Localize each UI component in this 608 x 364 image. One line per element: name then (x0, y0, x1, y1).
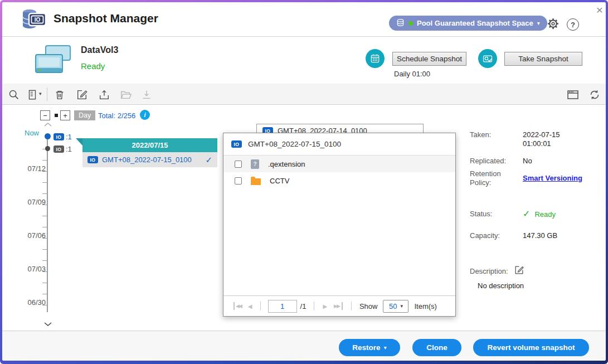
revert-volume-snapshot-button[interactable]: Revert volume snapshot (473, 339, 589, 356)
snapshot-details-panel: Taken: 2022-07-15 01:00:01 Replicated: N… (470, 130, 604, 290)
zoom-level-dot (55, 114, 58, 117)
pool-database-icon (396, 18, 405, 28)
last-page-icon[interactable]: ▶▶ (333, 302, 343, 310)
page-size-select[interactable]: 50 ▾ (383, 300, 408, 313)
snapshot-io-icon: IO (231, 140, 242, 148)
file-browser-header: IO GMT+08_2022-07-15_0100 (223, 133, 455, 156)
snapshot-count: :1 (66, 145, 72, 153)
file-browser-title: GMT+08_2022-07-15_0100 (248, 140, 341, 148)
snapshot-count: :1 (66, 133, 72, 141)
timeline-scale-badge: Day (74, 110, 95, 120)
refresh-icon[interactable] (588, 88, 601, 101)
file-row[interactable]: CCTV (223, 172, 455, 189)
snapshot-list-item[interactable]: IO GMT+08_2022-07-15_0100 ✓ (82, 152, 217, 167)
pool-guaranteed-snapshot-space-button[interactable]: Pool Guaranteed Snapshot Space ▾ (389, 16, 547, 31)
zoom-in-button[interactable]: + (60, 110, 70, 120)
detail-capacity: Capacity: 147.30 GB (470, 231, 604, 240)
search-icon[interactable] (7, 88, 21, 101)
timeline-date-label: 07/06 (22, 231, 46, 240)
timeline-date-label: 07/09 (22, 198, 46, 206)
timeline-scroll-up-icon[interactable] (43, 120, 52, 129)
unknown-file-icon: ? (251, 159, 259, 169)
export-upload-icon[interactable] (98, 88, 111, 101)
file-row[interactable]: ? .qextension (223, 156, 455, 172)
detail-retention-policy: Retention Policy: Smart Versioning (470, 169, 604, 187)
clone-button[interactable]: Clone (412, 339, 461, 356)
background-snapshot-item[interactable]: IO GMT+08_2022-07-14_0100 (256, 124, 424, 133)
chevron-down-icon: ▾ (384, 344, 387, 351)
smart-versioning-link[interactable]: Smart Versioning (523, 174, 582, 183)
main-area: − + Day Total: 2/256 i Now IO :1 IO :1 0… (2, 105, 606, 331)
description-value: No description (470, 282, 604, 290)
page-total: /1 (300, 302, 307, 310)
detail-description: Description: (470, 265, 604, 277)
file-name: .qextension (268, 160, 305, 168)
snapshot-manager-logo-icon: IO (21, 8, 47, 33)
chevron-down-icon: ▾ (400, 303, 403, 309)
take-snapshot-icon[interactable] (478, 49, 497, 68)
previous-page-icon[interactable]: ◀ (247, 302, 253, 310)
edit-description-icon[interactable] (514, 265, 524, 277)
help-icon[interactable]: ? (567, 18, 579, 31)
selected-check-icon: ✓ (205, 155, 212, 165)
snapshot-list-view-icon[interactable] (26, 88, 39, 101)
svg-text:IO: IO (35, 17, 41, 23)
pagination-divider (314, 302, 314, 310)
next-page-icon[interactable]: ▶ (322, 302, 328, 310)
zoom-out-button[interactable]: − (40, 110, 50, 120)
panel-window-icon[interactable] (566, 88, 580, 101)
chevron-down-icon: ▾ (537, 20, 540, 26)
snapshot-io-icon: IO (262, 127, 273, 133)
pagination-divider (260, 302, 261, 310)
volume-status: Ready (81, 61, 105, 71)
titlebar: IO Snapshot Manager Pool Guaranteed Snap… (2, 2, 606, 37)
window-frame: IO Snapshot Manager Pool Guaranteed Snap… (0, 0, 608, 364)
schedule-snapshot-button[interactable]: Schedule Snapshot (392, 52, 466, 66)
file-list-empty-space (223, 189, 455, 295)
volume-icon (33, 45, 72, 77)
file-name: CCTV (270, 177, 289, 185)
schedule-detail: Daily 01:00 (394, 70, 430, 78)
pagination-bar: ◀◀ ◀ /1 ▶ ▶▶ Show 50 ▾ Item(s) (223, 295, 455, 316)
restore-button[interactable]: Restore ▾ (339, 339, 400, 356)
snapshot-name: GMT+08_2022-07-15_0100 (102, 156, 192, 164)
snapshot-name: GMT+08_2022-07-14_0100 (278, 127, 367, 133)
first-page-icon[interactable]: ◀◀ (234, 302, 242, 310)
snapshot-io-icon: IO (87, 156, 98, 163)
schedule-calendar-icon[interactable] (366, 49, 385, 68)
status-check-icon: ✓ (523, 209, 530, 219)
toolbar: ▾ (2, 84, 606, 105)
detail-taken: Taken: 2022-07-15 01:00:01 (470, 130, 604, 148)
pool-pill-label: Pool Guaranteed Snapshot Space (417, 19, 533, 27)
file-checkbox[interactable] (235, 161, 242, 168)
chevron-down-icon[interactable]: ▾ (39, 91, 42, 96)
snapshot-file-browser: IO GMT+08_2022-07-15_0100 ? .qextension … (223, 133, 456, 317)
footer-bar: Restore ▾ Clone Revert volume snapshot (2, 331, 606, 361)
timeline-date-label: 06/30 (22, 298, 46, 307)
timeline-date-label: 07/12 (22, 164, 46, 173)
timeline-current-snapshot-marker[interactable]: IO :1 (53, 133, 72, 141)
snapshot-group-date: 2022/07/15 (82, 138, 217, 152)
snapshot-group: 2022/07/15 IO GMT+08_2022-07-15_0100 ✓ (82, 138, 217, 167)
file-checkbox[interactable] (235, 177, 242, 185)
snapshot-total-label: Total: 2/256 (98, 111, 135, 120)
folder-icon (251, 178, 261, 185)
volume-name: DataVol3 (81, 45, 118, 55)
take-snapshot-button[interactable]: Take Snapshot (504, 52, 582, 66)
open-folder-icon[interactable] (119, 88, 133, 101)
close-icon[interactable]: × (593, 3, 606, 17)
snapshot-io-icon: IO (53, 145, 64, 153)
delete-trash-icon[interactable] (53, 88, 66, 101)
settings-gear-icon[interactable] (546, 17, 561, 31)
show-label: Show (359, 302, 378, 310)
detail-replicated: Replicated: No (470, 157, 604, 166)
timeline-current-snapshot-dot[interactable] (45, 133, 51, 139)
page-input[interactable] (268, 300, 297, 313)
download-icon[interactable] (140, 88, 153, 101)
info-icon[interactable]: i (140, 110, 150, 120)
timeline-previous-snapshot-marker[interactable]: IO :1 (53, 145, 72, 153)
app-title: Snapshot Manager (53, 12, 158, 25)
timeline-scroll-down-icon[interactable] (43, 320, 52, 328)
edit-icon[interactable] (75, 88, 89, 101)
timeline-previous-snapshot-dot[interactable] (45, 146, 50, 151)
